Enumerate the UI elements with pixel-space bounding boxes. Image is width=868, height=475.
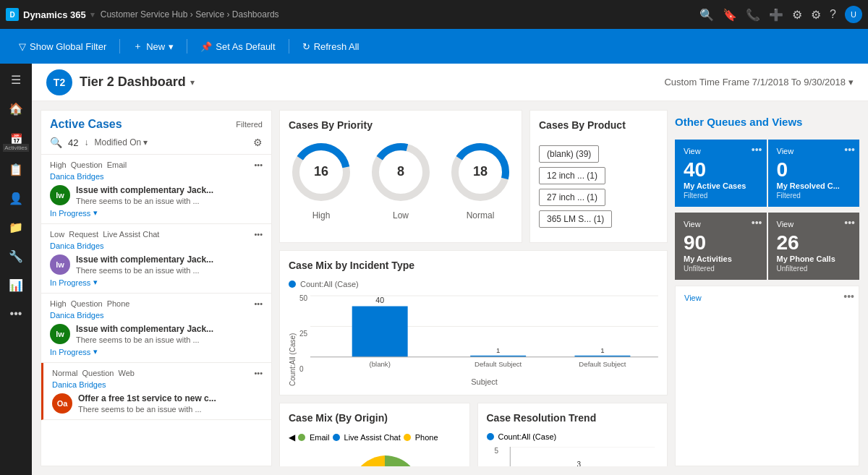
active-more-icon[interactable]: ••• <box>752 144 762 155</box>
dashboard-avatar: T2 <box>46 69 72 95</box>
case-title-0: Issue with complementary Jack... <box>76 185 263 195</box>
breadcrumb-service-hub[interactable]: Customer Service Hub <box>101 9 188 20</box>
product-btn-3[interactable]: 365 LM S... (1) <box>539 210 612 228</box>
active-view-label[interactable]: View <box>684 147 758 155</box>
set-default-button[interactable]: 📌 Set As Default <box>193 37 282 56</box>
my-resolved-cases-card[interactable]: View ••• 0 My Resolved C... Filtered <box>768 140 860 207</box>
case-avatar-0: lw <box>50 185 70 205</box>
funnel-icon[interactable]: 🔍 <box>50 137 62 148</box>
case-item-3[interactable]: Normal Question Web ••• Danica Bridges O… <box>41 363 271 420</box>
my-activities-card[interactable]: View ••• 90 My Activities Unfiltered <box>675 213 767 280</box>
cmd-sep2 <box>187 39 187 54</box>
case-title-2: Issue with complementary Jack... <box>76 324 263 334</box>
sidebar-queue[interactable]: 🔧 <box>3 243 29 269</box>
sidebar-hamburger[interactable]: ☰ <box>3 67 29 93</box>
donut-high-svg: 16 <box>289 140 354 205</box>
activities-more-icon[interactable]: ••• <box>752 217 762 228</box>
x-axis-label: Subject <box>310 377 658 386</box>
middle-panel: Cases By Priority 16 High <box>279 110 668 466</box>
dashboard-dropdown-icon[interactable]: ▾ <box>190 77 195 87</box>
resolved-num: 0 <box>777 160 851 180</box>
phonecalls-more-icon[interactable]: ••• <box>844 217 855 228</box>
resolved-more-icon[interactable]: ••• <box>844 144 855 155</box>
avatar-initials: T2 <box>54 77 65 88</box>
sidebar-home[interactable]: 🏠 <box>3 95 29 121</box>
bookmark-icon[interactable]: 🔖 <box>723 8 737 22</box>
sidebar-accounts[interactable]: 👤 <box>3 185 29 211</box>
phone-legend-label: Phone <box>415 433 438 442</box>
brand-dropdown[interactable]: ▾ <box>90 10 95 20</box>
activities-sub: Unfiltered <box>684 265 758 273</box>
breadcrumb-sep2: › <box>227 9 232 20</box>
sidebar-activities[interactable]: 📅 Activities <box>3 124 29 153</box>
case-status-0[interactable]: In Progress ▾ <box>50 208 263 218</box>
sort-down-icon[interactable]: ↓ <box>84 137 88 147</box>
case-more-0[interactable]: ••• <box>254 161 263 169</box>
phonecalls-num: 26 <box>777 233 851 253</box>
cmd-sep1 <box>119 39 120 54</box>
donut-normal-svg: 18 <box>448 140 513 205</box>
case-title-3: Offer a free 1st service to new c... <box>78 393 263 403</box>
sidebar-reports[interactable]: 📊 <box>3 272 29 298</box>
activities-view-label[interactable]: View <box>684 220 758 228</box>
product-btn-0[interactable]: (blank) (39) <box>539 145 599 163</box>
case-more-1[interactable]: ••• <box>254 230 263 239</box>
search-icon[interactable]: 🔍 <box>699 8 714 22</box>
case-status-1[interactable]: In Progress ▾ <box>50 278 263 287</box>
case-item-1[interactable]: Low Request Live Assist Chat ••• Danica … <box>41 224 271 294</box>
back-arrow-icon[interactable]: ◀ <box>289 432 295 442</box>
extra-view-card[interactable]: View ••• <box>675 286 859 466</box>
dashboard-timeframe[interactable]: Custom Time Frame 7/1/2018 To 9/30/2018 … <box>664 77 854 87</box>
refresh-button[interactable]: ↻ Refresh All <box>295 37 367 56</box>
global-filter-button[interactable]: ▽ Show Global Filter <box>12 37 114 56</box>
case-body-2: lw Issue with complementary Jack... Ther… <box>50 324 263 344</box>
queues-header: Other Queues and Views <box>675 110 859 134</box>
top-navigation: D Dynamics 365 ▾ Customer Service Hub › … <box>0 0 868 29</box>
help-icon[interactable]: ? <box>830 8 836 21</box>
case-more-2[interactable]: ••• <box>254 299 263 308</box>
case-item-2[interactable]: High Question Phone ••• Danica Bridges l… <box>41 294 271 363</box>
add-icon[interactable]: ➕ <box>769 8 783 22</box>
breadcrumb-service[interactable]: Service <box>195 9 224 20</box>
panel-filter-row: 🔍 42 ↓ Modified On ▾ ⚙ <box>50 137 263 154</box>
case-type-0: Question <box>71 161 103 169</box>
case-desc-2: There seems to be an issue with ... <box>76 335 263 344</box>
brand-logo[interactable]: D Dynamics 365 ▾ <box>6 8 95 21</box>
resolved-view-label[interactable]: View <box>777 147 851 155</box>
sidebar-more[interactable]: ••• <box>3 301 29 327</box>
product-btn-2[interactable]: 27 inch ... (1) <box>539 189 605 206</box>
settings-icon[interactable]: ⚙ <box>811 8 821 22</box>
user-avatar[interactable]: U <box>845 6 862 23</box>
filter-icon[interactable]: ⚙ <box>792 8 802 22</box>
svg-text:16: 16 <box>314 164 328 179</box>
sidebar-cases[interactable]: 📋 <box>3 156 29 182</box>
filter-settings-icon[interactable]: ⚙ <box>253 137 263 148</box>
sidebar-contacts[interactable]: 📁 <box>3 214 29 240</box>
origin-pie-svg <box>341 448 428 466</box>
my-phone-calls-card[interactable]: View ••• 26 My Phone Calls Unfiltered <box>768 213 860 280</box>
case-status-2[interactable]: In Progress ▾ <box>50 347 263 356</box>
cmd-sep3 <box>289 39 289 54</box>
phonecalls-view-label[interactable]: View <box>777 220 851 228</box>
phone-icon[interactable]: 📞 <box>746 8 760 22</box>
case-meta-3: Normal Question Web ••• <box>52 369 263 377</box>
case-list: High Question Email ••• Danica Bridges l… <box>41 155 271 466</box>
extra-view-label[interactable]: View <box>684 294 850 302</box>
new-dropdown-icon: ▾ <box>169 41 174 52</box>
extra-more-icon[interactable]: ••• <box>843 291 854 302</box>
my-active-cases-card[interactable]: View ••• 40 My Active Cases Filtered <box>675 140 767 207</box>
status-text-1: In Progress <box>50 278 90 287</box>
top-charts-row: Cases By Priority 16 High <box>279 110 668 243</box>
case-body-0: lw Issue with complementary Jack... Ther… <box>50 185 263 205</box>
pin-icon: 📌 <box>200 41 212 52</box>
new-button[interactable]: ＋ New ▾ <box>126 35 181 57</box>
sort-field-button[interactable]: Modified On ▾ <box>94 137 148 147</box>
donut-low-label: Low <box>393 210 409 221</box>
incident-title: Case Mix by Incident Type <box>289 260 658 271</box>
right-panel: Other Queues and Views View ••• 40 My Ac… <box>675 110 859 466</box>
phonecalls-label: My Phone Calls <box>777 254 851 263</box>
case-more-3[interactable]: ••• <box>254 369 263 377</box>
case-item[interactable]: High Question Email ••• Danica Bridges l… <box>41 155 271 224</box>
product-btn-1[interactable]: 12 inch ... (1) <box>539 167 605 184</box>
breadcrumb: Customer Service Hub › Service › Dashboa… <box>101 9 279 20</box>
